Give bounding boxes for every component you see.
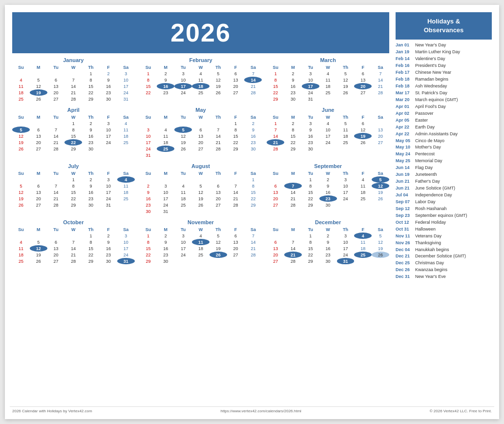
holiday-item: Dec 26Kwanzaa begins — [396, 267, 492, 274]
holiday-date: Feb 16 — [396, 63, 413, 69]
cal-table-february: SuMTuWThFSa 1234567 891011121314 1516171… — [140, 64, 262, 96]
holiday-date: Oct 31 — [396, 226, 413, 233]
month-january: January SuMTuWThFSa 123 45678910 1112131… — [12, 57, 135, 102]
holiday-date: Apr 01 — [396, 104, 413, 110]
holiday-date: Apr 02 — [396, 110, 413, 117]
holiday-name: Cinco de Mayo — [415, 138, 444, 145]
holiday-item: Sep 07Labor Day — [396, 199, 492, 206]
sidebar: Holidays &Observances Jan 01New Year's D… — [392, 10, 494, 404]
cal-table-october: SuMTuWThFSa 123 45678910 11121314151617 … — [12, 227, 135, 264]
holiday-item: Mar 17St. Patrick's Day — [396, 90, 492, 97]
holiday-name: Juneteenth — [415, 171, 437, 178]
month-december: December SuMTuWThFSa 12345 6789101112 13… — [267, 219, 389, 264]
holiday-name: Veterans Day — [415, 233, 441, 240]
holiday-name: Thanksgiving — [415, 240, 441, 247]
month-title-september: September — [267, 163, 389, 169]
holiday-item: Mar 20March equinox (GMT) — [396, 97, 492, 104]
holiday-name: Flag Day — [415, 165, 433, 171]
holiday-date: Dec 04 — [396, 247, 413, 254]
holiday-name: June Solstice (GMT) — [415, 185, 455, 192]
cal-table-january: SuMTuWThFSa 123 45678910 11121314151617 … — [12, 64, 135, 102]
holiday-name: Federal Holiday — [415, 219, 446, 226]
cal-table-august: SuMTuWThFSa 1 2345678 9101112131415 1617… — [140, 170, 262, 214]
holiday-name: Father's Day — [415, 178, 440, 185]
holiday-item: Oct 12Federal Holiday — [396, 219, 492, 226]
holiday-date: Apr 22 — [396, 131, 413, 138]
calendar-section: 2026 January SuMTuWThFSa 123 45678910 — [10, 10, 392, 404]
holiday-name: New Year's Eve — [415, 274, 446, 280]
month-title-may: May — [140, 107, 262, 113]
holiday-item: Feb 17Chinese New Year — [396, 69, 492, 76]
holiday-item: Feb 18Ramadan begins — [396, 76, 492, 83]
holiday-name: President's Day — [415, 63, 446, 69]
holiday-item: Jun 21Father's Day — [396, 178, 492, 185]
holiday-name: Hanukkah begins — [415, 247, 449, 254]
holiday-name: Ramadan begins — [415, 76, 448, 83]
month-february: February SuMTuWThFSa 1234567 89101112131… — [140, 57, 262, 102]
holiday-date: May 25 — [396, 158, 413, 165]
holiday-date: Jun 14 — [396, 165, 413, 171]
month-august: August SuMTuWThFSa 1 2345678 91011121314… — [140, 163, 262, 214]
cal-table-april: SuMTuWThFSa 1234 567891011 1213141516171… — [12, 114, 135, 152]
holiday-item: Nov 26Thanksgiving — [396, 240, 492, 247]
month-title-july: July — [12, 163, 135, 169]
page: 2026 January SuMTuWThFSa 123 45678910 — [5, 5, 499, 419]
cal-table-may: SuMTuWThFSa 12 3456789 10111213141516 17… — [140, 114, 262, 158]
footer-center: https://www.vertex42.com/calendars/2026.… — [220, 409, 301, 413]
footer: 2026 Calendar with Holidays by Vertex42.… — [10, 406, 494, 414]
month-june: June SuMTuWThFSa 123456 78910111213 1415… — [267, 107, 389, 158]
holiday-date: Nov 26 — [396, 240, 413, 247]
holiday-item: Dec 25Christmas Day — [396, 260, 492, 267]
holiday-item: May 24Pentecost — [396, 151, 492, 158]
holiday-date: Feb 18 — [396, 76, 413, 83]
holiday-name: St. Patrick's Day — [415, 90, 447, 97]
holiday-date: Feb 17 — [396, 69, 413, 76]
month-title-march: March — [267, 57, 389, 63]
holiday-item: Jun 21June Solstice (GMT) — [396, 185, 492, 192]
holiday-item: Apr 02Passover — [396, 110, 492, 117]
holiday-name: Passover — [415, 110, 434, 117]
cal-table-december: SuMTuWThFSa 12345 6789101112 13141516171… — [267, 227, 389, 264]
holiday-item: Nov 11Veterans Day — [396, 233, 492, 240]
holiday-name: Halloween — [415, 226, 436, 233]
holiday-name: Chinese New Year — [415, 69, 451, 76]
holiday-name: September equinox (GMT) — [415, 212, 467, 219]
main-content: 2026 January SuMTuWThFSa 123 45678910 — [10, 10, 494, 404]
holiday-name: December Solstice (GMT) — [415, 253, 466, 260]
holiday-date: Jun 21 — [396, 178, 413, 185]
holiday-item: Sep 12Rosh Hashanah — [396, 206, 492, 212]
holiday-date: Nov 11 — [396, 233, 413, 240]
holiday-item: Apr 05Easter — [396, 117, 492, 124]
cal-table-june: SuMTuWThFSa 123456 78910111213 141516171… — [267, 114, 389, 152]
holiday-name: April Fool's Day — [415, 104, 446, 110]
holiday-item: Jun 14Flag Day — [396, 165, 492, 171]
month-september: September SuMTuWThFSa 12345 6789101112 1… — [267, 163, 389, 214]
holiday-date: Sep 12 — [396, 206, 413, 212]
holiday-item: Sep 23September equinox (GMT) — [396, 212, 492, 219]
footer-left: 2026 Calendar with Holidays by Vertex42.… — [12, 409, 92, 413]
holiday-date: Feb 14 — [396, 56, 413, 63]
year-header: 2026 — [12, 12, 389, 53]
month-april: April SuMTuWThFSa 1234 567891011 1213141… — [12, 107, 135, 158]
holiday-item: May 25Memorial Day — [396, 158, 492, 165]
holiday-date: Oct 12 — [396, 219, 413, 226]
holiday-name: Easter — [415, 117, 428, 124]
holiday-name: New Year's Day — [415, 42, 446, 49]
holiday-name: Earth Day — [415, 124, 435, 131]
holiday-item: Jun 19Juneteenth — [396, 171, 492, 178]
holiday-date: Jan 19 — [396, 49, 413, 56]
holiday-date: Dec 25 — [396, 260, 413, 267]
holiday-item: May 05Cinco de Mayo — [396, 138, 492, 145]
holiday-name: March equinox (GMT) — [415, 97, 458, 104]
holiday-date: Dec 21 — [396, 253, 413, 260]
holiday-name: Mother's Day — [415, 144, 441, 151]
month-title-october: October — [12, 219, 135, 225]
holiday-date: May 10 — [396, 144, 413, 151]
cal-table-november: SuMTuWThFSa 1234567 891011121314 1516171… — [140, 227, 262, 264]
holiday-date: Mar 20 — [396, 97, 413, 104]
footer-right: © 2026 Vertex42 LLC. Free to Print. — [430, 409, 492, 413]
holiday-date: Apr 05 — [396, 117, 413, 124]
cal-table-july: SuMTuWThFSa 1234 567891011 1213141516171… — [12, 170, 135, 208]
holiday-name: Christmas Day — [415, 260, 444, 267]
holiday-date: Mar 17 — [396, 90, 413, 97]
